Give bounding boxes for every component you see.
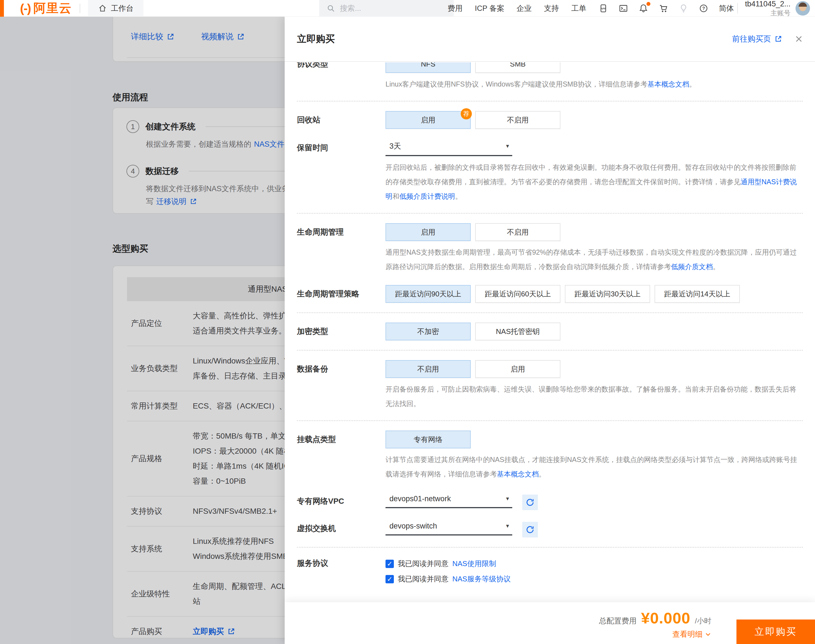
option-backup-enable[interactable]: 启用 xyxy=(475,360,560,378)
refresh-vpc-button[interactable] xyxy=(522,495,538,510)
section-divider xyxy=(297,420,803,421)
menu-enterprise[interactable]: 企业 xyxy=(517,3,532,13)
chevron-down-icon: ▼ xyxy=(505,143,510,149)
panel-header: 立即购买 前往购买页 xyxy=(284,17,815,62)
modal-dim-overlay xyxy=(0,17,284,644)
retention-row: 保留时间 3天 ▼ xyxy=(297,141,803,156)
svg-text:?: ? xyxy=(702,6,705,11)
menu-icp[interactable]: ICP 备案 xyxy=(475,3,504,13)
terminal-icon[interactable] xyxy=(619,4,628,13)
option-nfs[interactable]: NFS xyxy=(386,62,471,73)
backup-row: 数据备份 不启用 启用 xyxy=(297,360,803,378)
chevron-down-icon: ▼ xyxy=(505,496,510,502)
basic-concept-doc-link[interactable]: 基本概念文档 xyxy=(647,80,689,88)
chevron-down-icon: ▼ xyxy=(505,523,510,529)
option-lifecycle-disable[interactable]: 不启用 xyxy=(475,223,560,241)
mount-type-row: 挂载点类型 专有网络 xyxy=(297,431,803,448)
option-policy-90d[interactable]: 距最近访问90天以上 xyxy=(386,285,471,303)
agreement-row: 服务协议 ✓ 我已阅读并同意NAS使用限制 ✓ 我已阅读并同意NAS服务等级协议 xyxy=(297,557,803,584)
alibaba-cloud-logo[interactable]: (-) 阿里云 xyxy=(20,0,72,17)
option-policy-14d[interactable]: 距最近访问14天以上 xyxy=(655,285,740,303)
option-lifecycle-enable[interactable]: 启用 xyxy=(386,223,471,241)
global-search[interactable] xyxy=(319,0,454,17)
option-policy-30d[interactable]: 距最近访问30天以上 xyxy=(565,285,650,303)
section-divider xyxy=(297,213,803,214)
option-smb[interactable]: SMB xyxy=(475,62,560,73)
refresh-vswitch-button[interactable] xyxy=(522,522,538,537)
recycle-bin-label: 回收站 xyxy=(297,111,386,129)
cost-unit: /小时 xyxy=(695,616,711,626)
svg-text:APP: APP xyxy=(601,7,606,10)
chevron-down-icon xyxy=(705,631,711,638)
protocol-type-row: 协议类型 NFS SMB xyxy=(297,62,803,73)
protocol-type-label: 协议类型 xyxy=(297,62,386,73)
vswitch-label: 虚拟交换机 xyxy=(297,522,386,537)
logo-icon: (-) xyxy=(20,2,31,15)
agreement-label: 服务协议 xyxy=(297,557,386,584)
retention-label: 保留时间 xyxy=(297,141,386,156)
menu-support[interactable]: 支持 xyxy=(544,3,559,13)
option-policy-60d[interactable]: 距最近访问60天以上 xyxy=(475,285,560,303)
locale-switch[interactable]: 简体 xyxy=(719,3,734,13)
option-recycle-disable[interactable]: 不启用 xyxy=(475,111,560,129)
menu-tickets[interactable]: 工单 xyxy=(571,3,586,13)
option-vpc-network[interactable]: 专有网络 xyxy=(386,431,471,448)
search-input[interactable] xyxy=(340,4,446,13)
vswitch-select[interactable]: devops-switch ▼ xyxy=(386,522,512,535)
lightbulb-icon[interactable] xyxy=(679,4,688,13)
recommended-badge: 荐 xyxy=(461,108,472,120)
encryption-row: 加密类型 不加密 NAS托管密钥 xyxy=(297,322,803,340)
nas-sla-link[interactable]: NAS服务等级协议 xyxy=(452,574,511,584)
section-divider xyxy=(297,350,803,351)
option-recycle-enable[interactable]: 启用 荐 xyxy=(386,111,471,129)
nas-usage-limit-link[interactable]: NAS使用限制 xyxy=(452,559,496,569)
option-nas-managed-key[interactable]: NAS托管密钥 xyxy=(475,322,560,340)
home-icon xyxy=(98,4,107,13)
agreement-item: ✓ 我已阅读并同意NAS使用限制 xyxy=(386,559,511,569)
usage-limit-checkbox[interactable]: ✓ xyxy=(386,560,394,568)
agreement-item: ✓ 我已阅读并同意NAS服务等级协议 xyxy=(386,574,511,584)
lifecycle-policy-label: 生命周期管理策略 xyxy=(297,285,386,303)
buy-now-panel: 立即购买 前往购买页 协议类型 NFS SMB Linux客户端建议使用NFS协… xyxy=(284,17,815,644)
account-role: 主账号 xyxy=(770,9,790,17)
basic-concept-doc-link[interactable]: 基本概念文档 xyxy=(497,470,539,478)
vpc-row: 专有网络VPC devops01-network ▼ xyxy=(297,495,803,510)
recycle-bin-row: 回收站 启用 荐 不启用 xyxy=(297,111,803,129)
view-detail-link[interactable]: 查看明细 xyxy=(672,629,711,639)
lifecycle-description: 通用型NAS支持数据生命周期管理，最高可节省92%的存储成本，无须手动迁移数据，… xyxy=(297,245,803,274)
retention-select[interactable]: 3天 ▼ xyxy=(386,141,512,156)
encryption-label: 加密类型 xyxy=(297,322,386,340)
vpc-label: 专有网络VPC xyxy=(297,495,386,510)
backup-label: 数据备份 xyxy=(297,360,386,378)
workbench-tab[interactable]: 工作台 xyxy=(88,0,143,17)
cart-icon[interactable] xyxy=(659,4,668,13)
section-divider xyxy=(297,312,803,313)
lifecycle-label: 生命周期管理 xyxy=(297,223,386,241)
panel-footer: 总配置费用 ¥0.000 /小时 查看明细 立即购买 xyxy=(284,602,815,644)
goto-purchase-page-link[interactable]: 前往购买页 xyxy=(732,34,782,44)
panel-title: 立即购买 xyxy=(297,32,335,45)
app-icon[interactable]: APP xyxy=(598,4,608,13)
low-freq-billing-link[interactable]: 低频介质计费说明 xyxy=(400,192,455,200)
option-backup-disable[interactable]: 不启用 xyxy=(386,360,471,378)
notification-dot xyxy=(646,2,650,6)
vswitch-row: 虚拟交换机 devops-switch ▼ xyxy=(297,522,803,537)
account-divider xyxy=(737,3,738,14)
menu-billing[interactable]: 费用 xyxy=(447,3,463,13)
notification-bell-icon[interactable] xyxy=(639,4,648,13)
account-name: tb411045_2... xyxy=(745,0,790,9)
total-cost-value: ¥0.000 xyxy=(641,609,690,627)
option-no-encryption[interactable]: 不加密 xyxy=(386,322,471,340)
recycle-description: 开启回收站后，被删除的文件或目录将暂存在回收中，有效避免误删。功能本身不收取任何… xyxy=(297,160,803,204)
vpc-select[interactable]: devops01-network ▼ xyxy=(386,495,512,508)
buy-now-button[interactable]: 立即购买 xyxy=(737,619,815,644)
sla-checkbox[interactable]: ✓ xyxy=(386,575,394,583)
help-icon[interactable]: ? xyxy=(699,4,708,13)
close-icon[interactable] xyxy=(794,34,804,44)
workbench-label: 工作台 xyxy=(111,3,134,13)
section-divider xyxy=(297,547,803,548)
low-freq-doc-link[interactable]: 低频介质文档 xyxy=(671,263,713,270)
account-menu[interactable]: tb411045_2... 主账号 xyxy=(745,0,790,17)
avatar[interactable] xyxy=(795,1,810,15)
topbar-divider xyxy=(80,4,80,13)
